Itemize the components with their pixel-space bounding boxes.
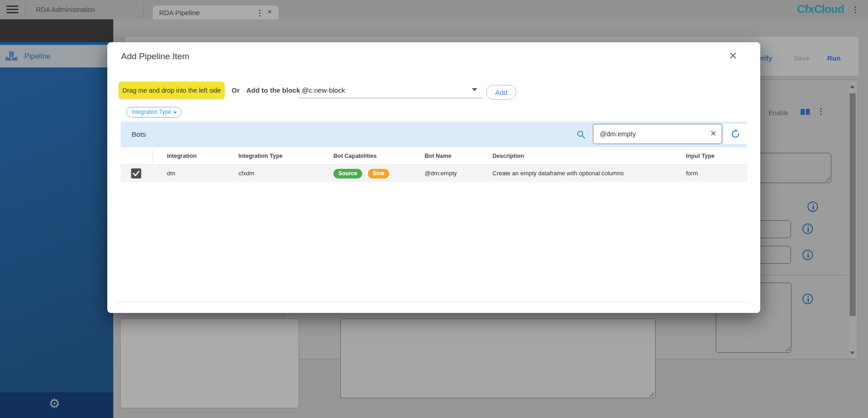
col-integration-type[interactable]: Integration Type [238,147,282,165]
cell-input-type: form [686,165,698,182]
header-divider [153,150,153,162]
add-button[interactable]: Add [486,85,516,100]
clear-search-icon[interactable]: × [710,128,716,139]
screen: RDA Administration RDA Pipeline × CfxClo… [0,0,868,418]
integration-type-filter-chip[interactable]: Integration Type [126,107,182,117]
cell-description: Create an empty dataframe with optional … [492,165,624,182]
cell-bot-name: @dm:empty [425,165,457,182]
block-select-value: @c:new-block [302,86,345,94]
add-to-block-label: Add to the block [246,86,300,94]
col-bot-name[interactable]: Bot Name [425,147,451,165]
search-icon[interactable] [576,130,586,139]
modal-close-icon[interactable]: × [729,48,737,63]
table-header: Integration Integration Type Bot Capabil… [121,147,747,165]
cell-integration-type: cfxdm [238,165,254,182]
add-pipeline-item-modal: Add Pipeline Item × Drag me and drop int… [107,42,760,313]
col-integration[interactable]: Integration [167,147,197,165]
bots-section-header: Bots × [121,122,747,147]
row-checkbox[interactable] [131,168,141,178]
cell-integration: dm [167,165,175,182]
refresh-box [724,124,747,144]
col-input-type[interactable]: Input Type [686,147,714,165]
section-title: Bots [132,122,146,147]
col-description[interactable]: Description [492,147,524,165]
search-box: × [593,124,722,144]
modal-footer-divider [116,302,751,302]
chip-label: Integration Type [132,109,171,115]
chevron-down-icon [173,111,177,114]
or-text: Or [232,86,240,94]
col-bot-capabilities[interactable]: Bot Capabilities [333,147,376,165]
search-input[interactable] [600,125,701,143]
table-row[interactable]: dm cfxdm Source Sink @dm:empty Create an… [121,165,747,182]
sink-badge: Sink [368,169,389,178]
drag-handle-button[interactable]: Drag me and drop into the left side [119,82,225,99]
chevron-down-icon [472,88,477,91]
modal-title: Add Pipeline Item [121,51,189,61]
source-badge: Source [333,169,362,178]
block-select[interactable]: @c:new-block [299,81,483,98]
refresh-icon[interactable] [730,129,741,139]
